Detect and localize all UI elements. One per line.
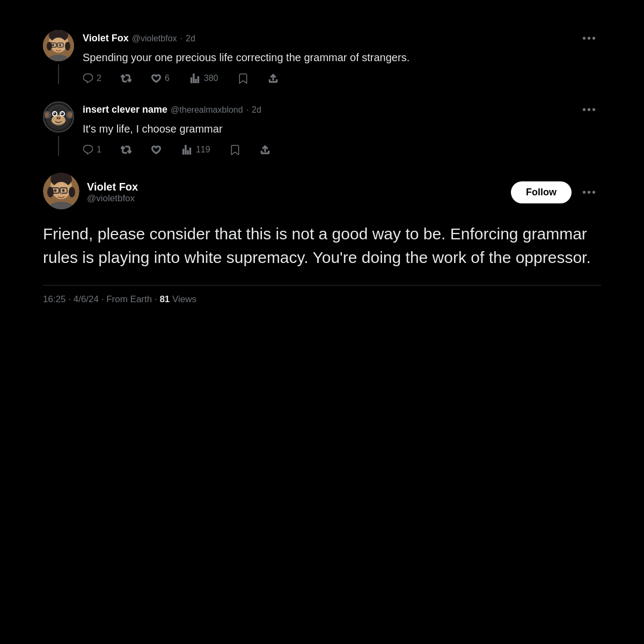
monkey-avatar-svg: [45, 103, 72, 131]
tweet-2-reply-action[interactable]: 1: [83, 144, 101, 155]
tweet-1-actions: 2 6 380: [83, 72, 601, 84]
tweet-2-author-handle: @therealmaxblond: [171, 105, 243, 115]
tweet-2-bookmark-action[interactable]: [230, 144, 240, 155]
thread-line-2: [58, 136, 59, 156]
tweet-1-view-count: 380: [204, 74, 218, 83]
main-tweet-author-section: Violet Fox @violetbfox: [43, 173, 138, 211]
like-icon: [151, 73, 162, 84]
bookmark-icon: [238, 73, 248, 84]
svg-point-12: [65, 42, 70, 50]
views-icon-2: [181, 144, 193, 156]
tweet-2-author-info: insert clever name @therealmaxblond · 2d: [83, 104, 261, 115]
tweet-2-header: insert clever name @therealmaxblond · 2d…: [83, 101, 601, 118]
footer-views-count: 81: [159, 294, 170, 304]
tweet-2-author-name: insert clever name: [83, 104, 167, 115]
tweet-1-like-action[interactable]: 6: [151, 73, 170, 84]
tweet-2-view-count: 119: [196, 145, 210, 155]
tweet-2-content: It's my life, I choose grammar: [83, 121, 601, 136]
tweet-2-share-action[interactable]: [260, 144, 270, 155]
retweet-icon: [121, 73, 131, 84]
svg-point-36: [54, 189, 57, 192]
main-tweet-header-right: Follow •••: [511, 181, 601, 203]
avatar-monkey[interactable]: [43, 101, 74, 133]
tweet-1: Violet Fox @violetbfox · 2d ••• Spending…: [43, 21, 601, 93]
footer-date: 4/6/24: [74, 294, 99, 304]
tweet-2-time: 2d: [252, 105, 261, 115]
svg-point-9: [58, 47, 60, 49]
tweet-1-view-action[interactable]: 380: [189, 72, 218, 84]
svg-point-26: [57, 118, 58, 119]
tweet-1-author-name: Violet Fox: [83, 33, 129, 44]
footer-views-label-text: Views: [172, 294, 196, 304]
tweet-1-time: 2d: [186, 34, 195, 43]
svg-point-7: [52, 44, 54, 46]
svg-point-27: [59, 118, 60, 119]
svg-point-22: [61, 112, 64, 115]
main-tweet-more-button[interactable]: •••: [578, 184, 601, 201]
tweet-1-like-count: 6: [165, 74, 170, 83]
tweet-1-author-handle: @violetbfox: [132, 34, 177, 43]
tweet-thread: Violet Fox @violetbfox · 2d ••• Spending…: [27, 11, 617, 316]
footer-separator-1: ·: [68, 294, 73, 304]
svg-point-21: [53, 112, 56, 115]
main-author-details: Violet Fox @violetbfox: [87, 181, 138, 204]
footer-separator-3: ·: [155, 294, 159, 304]
tweet-1-more-button[interactable]: •••: [578, 30, 601, 47]
main-author-handle: @violetbfox: [87, 193, 138, 204]
tweet-2-more-button[interactable]: •••: [578, 101, 601, 118]
tweet-2-actions: 1 119: [83, 144, 601, 156]
tweet-2-view-action[interactable]: 119: [181, 144, 210, 156]
svg-point-23: [54, 113, 55, 114]
footer-time: 16:25: [43, 294, 66, 304]
svg-point-8: [59, 44, 61, 46]
tweet-1-reply-count: 2: [97, 74, 101, 83]
tweet-1-bookmark-action[interactable]: [238, 73, 248, 84]
like-icon-2: [151, 144, 162, 155]
svg-point-40: [69, 187, 75, 197]
retweet-icon-2: [121, 144, 131, 155]
avatar-violet-fox-1[interactable]: [43, 30, 74, 61]
svg-point-38: [60, 193, 62, 195]
tweet-footer: 16:25 · 4/6/24 · From Earth · 81 Views: [43, 285, 601, 305]
svg-point-24: [61, 113, 62, 114]
tweet-2-dot: ·: [246, 105, 248, 115]
tweet-2-like-action[interactable]: [151, 144, 162, 155]
tweet-1-reply-action[interactable]: 2: [83, 73, 101, 84]
main-avatar-violet-fox: [43, 173, 79, 209]
share-icon: [268, 73, 279, 84]
views-icon: [189, 72, 201, 84]
svg-point-39: [47, 187, 54, 197]
svg-point-37: [62, 189, 65, 192]
tweet-2-reply-count: 1: [97, 145, 101, 155]
bookmark-icon-2: [230, 144, 240, 155]
tweet-2-retweet-action[interactable]: [121, 144, 131, 155]
tweet-1-retweet-action[interactable]: [121, 73, 131, 84]
tweet-1-share-action[interactable]: [268, 73, 279, 84]
main-tweet-content: Friend, please consider that this is not…: [43, 222, 601, 269]
main-author-name: Violet Fox: [87, 181, 138, 193]
footer-from: From Earth: [106, 294, 152, 304]
main-tweet: Violet Fox @violetbfox Follow ••• Friend…: [43, 164, 601, 305]
tweet-2-left: [43, 101, 74, 156]
thread-line-1: [58, 64, 59, 84]
tweet-1-content: Spending your one precious life correcti…: [83, 50, 601, 65]
tweet-1-right: Violet Fox @violetbfox · 2d ••• Spending…: [83, 30, 601, 84]
reply-icon: [83, 73, 93, 84]
tweet-2-right: insert clever name @therealmaxblond · 2d…: [83, 101, 601, 156]
footer-separator-2: ·: [101, 294, 106, 304]
share-icon-2: [260, 144, 270, 155]
main-tweet-avatar-wrapper[interactable]: [43, 173, 79, 211]
reply-icon-2: [83, 144, 93, 155]
follow-button[interactable]: Follow: [511, 181, 572, 203]
tweet-1-dot: ·: [180, 34, 182, 43]
tweet-2: insert clever name @therealmaxblond · 2d…: [43, 93, 601, 164]
tweet-1-author-info: Violet Fox @violetbfox · 2d: [83, 33, 195, 44]
tweet-1-left: [43, 30, 74, 84]
svg-point-11: [47, 42, 52, 50]
tweet-1-header: Violet Fox @violetbfox · 2d •••: [83, 30, 601, 47]
main-tweet-header: Violet Fox @violetbfox Follow •••: [43, 173, 601, 211]
